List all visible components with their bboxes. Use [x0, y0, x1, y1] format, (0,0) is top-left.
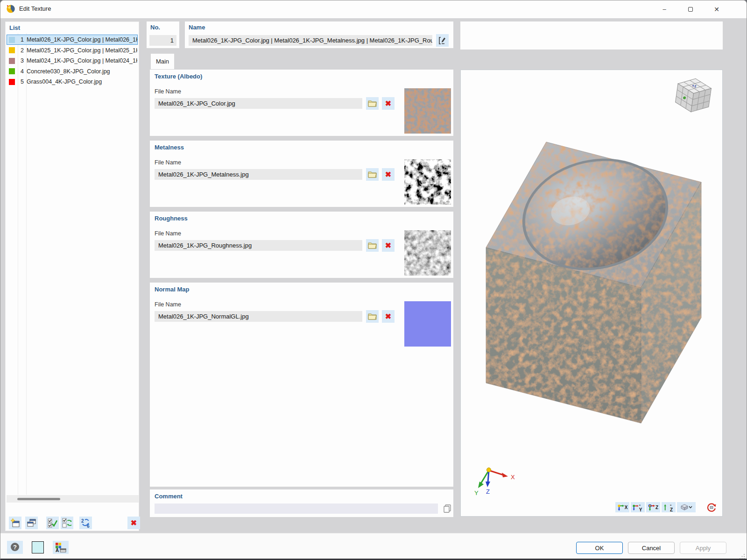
isometric-view-button[interactable]	[677, 502, 696, 512]
normal-clear-button[interactable]: ✖	[382, 310, 395, 323]
axis-triad: X Y Z	[472, 460, 517, 507]
cancel-button[interactable]: Cancel	[628, 542, 675, 554]
edit-texture-dialog: Edit Texture – ✕ List 1Metal026_1K-JPG_C…	[0, 0, 747, 560]
footer-bar: ? A OK Cancel Apply	[0, 533, 747, 560]
tab-main[interactable]: Main	[151, 54, 174, 69]
select-all-button[interactable]	[46, 517, 59, 529]
item-number: 3	[15, 57, 24, 64]
file-name-label: File Name	[155, 301, 181, 308]
texture-list: 1Metal026_1K-JPG_Color.jpg | Metal026_1K…	[6, 22, 139, 531]
invert-selection-icon	[62, 518, 72, 528]
albedo-file-field[interactable]: Metal026_1K-JPG_Color.jpg	[155, 98, 362, 109]
item-label: Metal024_1K-JPG_Color.jpg | Metal024_1K-	[27, 57, 137, 64]
metalness-thumbnail	[404, 159, 451, 205]
section-albedo: Texture (Albedo) File Name Metal026_1K-J…	[150, 70, 453, 136]
roughness-file-field[interactable]: Metal026_1K-JPG_Roughness.jpg	[155, 240, 362, 251]
item-number: 4	[15, 68, 24, 75]
app-icon	[6, 4, 15, 14]
axis-mini-icon	[663, 503, 669, 511]
view-button-label: Z	[655, 505, 658, 510]
axis-x-label: X	[511, 474, 515, 481]
renumber-button[interactable]: 2 6	[79, 517, 92, 529]
texture-color-swatch	[9, 37, 15, 43]
item-number: 2	[15, 47, 24, 54]
titlebar[interactable]: Edit Texture – ✕	[0, 0, 747, 18]
normal-file-field[interactable]: Metal026_1K-JPG_NormalGL.jpg	[155, 311, 362, 322]
texture-color-swatch	[9, 58, 15, 64]
view-x-button[interactable]: X	[615, 502, 629, 512]
axis-mini-icon	[617, 503, 624, 511]
list-item[interactable]: 3Metal024_1K-JPG_Color.jpg | Metal024_1K…	[7, 56, 138, 66]
texture-color-swatch	[9, 68, 15, 74]
albedo-thumbnail	[404, 88, 451, 134]
reset-view-icon	[707, 503, 716, 512]
minimize-button[interactable]: –	[654, 0, 675, 18]
edit-name-button[interactable]	[436, 34, 449, 47]
metalness-browse-button[interactable]	[366, 168, 379, 181]
view--z-button[interactable]: -Z	[662, 502, 676, 512]
albedo-clear-button[interactable]: ✖	[382, 97, 395, 110]
roughness-thumbnail	[404, 230, 451, 276]
view-button-label: -Z	[670, 502, 674, 512]
copy-texture-button[interactable]	[25, 517, 38, 529]
axis-mini-icon	[632, 503, 639, 511]
texture-list-panel: List 1Metal026_1K-JPG_Color.jpg | Metal0…	[5, 21, 139, 531]
comment-combobox[interactable]	[155, 503, 438, 514]
texture-color-swatch	[9, 47, 15, 53]
close-button[interactable]: ✕	[706, 0, 727, 18]
list-item[interactable]: 5Grass004_4K-JPG_Color.jpg	[7, 77, 138, 87]
resize-grip[interactable]	[739, 553, 745, 560]
isometric-cube-icon	[681, 504, 688, 510]
item-label: Concrete030_8K-JPG_Color.jpg	[27, 68, 137, 75]
name-field[interactable]: Metal026_1K-JPG_Color.jpg | Metal026_1K-…	[189, 35, 432, 46]
section-comment: Comment	[150, 489, 453, 517]
roughness-browse-button[interactable]	[366, 239, 379, 252]
list-horizontal-scrollbar[interactable]	[7, 495, 139, 503]
roughness-clear-button[interactable]: ✖	[382, 239, 395, 252]
select-all-icon	[48, 518, 57, 528]
section-title: Normal Map	[155, 286, 189, 293]
display-properties-button[interactable]: A	[53, 541, 69, 554]
list-item[interactable]: 2Metal025_1K-JPG_Color.jpg | Metal025_1K…	[7, 45, 138, 56]
axis-z-label: Z	[486, 488, 490, 495]
ok-button[interactable]: OK	[576, 542, 623, 554]
apply-button[interactable]: Apply	[680, 542, 726, 554]
section-roughness: Roughness File Name Metal026_1K-JPG_Roug…	[150, 212, 453, 278]
comment-templates-button[interactable]	[441, 503, 453, 514]
view--y-button[interactable]: -Y	[631, 502, 645, 512]
preview-3d-viewport[interactable]: +z X Y Z X-YZ-Z	[460, 70, 723, 517]
list-item[interactable]: 4Concrete030_8K-JPG_Color.jpg	[7, 66, 138, 77]
zoom-reset-button[interactable]	[705, 502, 718, 512]
view-z-button[interactable]: Z	[646, 502, 660, 512]
item-label: Metal025_1K-JPG_Color.jpg | Metal025_1K-	[27, 47, 137, 54]
svg-text:A: A	[56, 548, 59, 553]
section-title: Comment	[155, 493, 183, 500]
metalness-clear-button[interactable]: ✖	[382, 168, 395, 181]
chevron-down-icon	[689, 506, 692, 509]
no-field[interactable]: 1	[149, 35, 176, 46]
list-item[interactable]: 1Metal026_1K-JPG_Color.jpg | Metal026_1K…	[7, 35, 138, 45]
navigation-cube[interactable]: +z	[673, 75, 714, 116]
normal-browse-button[interactable]	[366, 310, 379, 323]
textured-cube-preview	[461, 70, 722, 516]
name-panel: Name Metal026_1K-JPG_Color.jpg | Metal02…	[185, 21, 453, 48]
color-swatch-button[interactable]	[30, 541, 46, 554]
new-window-icon	[10, 518, 20, 528]
help-button[interactable]: ?	[7, 541, 23, 554]
top-right-blank-panel	[460, 21, 723, 50]
scrollbar-thumb[interactable]	[17, 498, 60, 500]
delete-texture-button[interactable]: ✖	[127, 517, 140, 529]
view-direction-buttons: X-YZ-Z	[615, 502, 676, 512]
maximize-button[interactable]	[680, 0, 701, 18]
axis-y-label: Y	[474, 489, 479, 496]
name-label: Name	[189, 24, 205, 31]
new-texture-button[interactable]	[9, 517, 21, 529]
svg-text:2: 2	[81, 518, 84, 524]
metalness-file-field[interactable]: Metal026_1K-JPG_Metalness.jpg	[155, 169, 362, 180]
texture-color-swatch	[9, 79, 15, 85]
albedo-browse-button[interactable]	[366, 97, 379, 110]
invert-selection-button[interactable]	[61, 517, 73, 529]
file-name-label: File Name	[155, 230, 181, 237]
folder-icon	[368, 100, 377, 107]
display-properties-icon: A	[55, 542, 66, 553]
